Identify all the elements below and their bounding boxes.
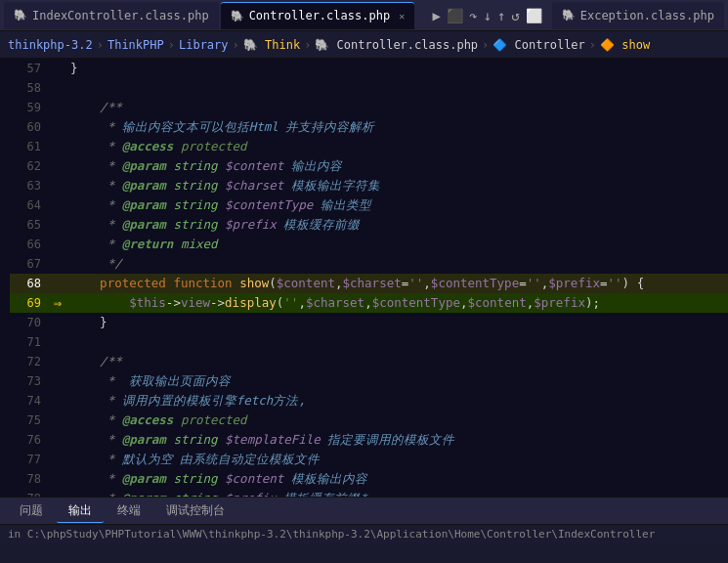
step-over-icon[interactable]: ↷	[469, 8, 477, 23]
step-out-icon[interactable]: ↑	[497, 8, 505, 23]
debug-arrow: ⇒	[49, 293, 66, 313]
breadcrumb-think[interactable]: 🐘 Think	[243, 38, 300, 52]
editor: 57 } 58 59 /** 60 * 输出内容文本可以包括Html 并支持内容…	[0, 59, 728, 497]
code-line-77: 77 * 默认为空 由系统自动定位模板文件	[10, 450, 728, 469]
code-line-66: 66 * @return mixed	[10, 235, 728, 254]
breadcrumb-thinkphp[interactable]: ThinkPHP	[107, 38, 164, 52]
code-line-59: 59 /**	[10, 98, 728, 117]
code-area[interactable]: 57 } 58 59 /** 60 * 输出内容文本可以包括Html 并支持内容…	[0, 59, 728, 497]
breadcrumb-class[interactable]: 🔷 Controller	[492, 38, 584, 52]
code-line-73: 73 * 获取输出页面内容	[10, 371, 728, 391]
code-line-75: 75 * @access protected	[10, 411, 728, 430]
code-line-65: 65 * @param string $prefix 模板缓存前缀	[10, 215, 728, 235]
code-line-69: 69 ⇒ $this->view->display('',$charset,$c…	[10, 293, 728, 313]
stop-icon[interactable]: ⬜	[526, 8, 542, 23]
bottom-tab-debug-console[interactable]: 调试控制台	[154, 499, 236, 522]
code-line-76: 76 * @param string $templateFile 指定要调用的模…	[10, 430, 728, 450]
tab-controller[interactable]: 🐘 Controller.class.php ✕	[221, 2, 415, 29]
code-line-62: 62 * @param string $content 输出内容	[10, 156, 728, 176]
debug-icon[interactable]: ⬛	[447, 8, 463, 23]
breadcrumb: thinkphp-3.2 › ThinkPHP › Library › 🐘 Th…	[0, 31, 728, 59]
code-line-78: 78 * @param string $content 模板输出内容	[10, 469, 728, 489]
code-line-68: 68 protected function show($content,$cha…	[10, 274, 728, 293]
bottom-tab-bar: 问题 输出 终端 调试控制台	[0, 497, 728, 524]
code-line-72: 72 /**	[10, 352, 728, 371]
code-line-64: 64 * @param string $contentType 输出类型	[10, 195, 728, 215]
code-line-71: 71	[10, 332, 728, 352]
tab-indexcontroller[interactable]: 🐘 IndexController.class.php	[4, 2, 219, 29]
status-text: in C:\phpStudy\PHPTutorial\WWW\thinkphp-…	[8, 528, 655, 541]
code-line-60: 60 * 输出内容文本可以包括Html 并支持内容解析	[10, 117, 728, 137]
breadcrumb-file[interactable]: 🐘 Controller.class.php	[315, 38, 478, 52]
debug-run-icon[interactable]: ▶	[433, 8, 441, 23]
breadcrumb-thinkphp32[interactable]: thinkphp-3.2	[8, 38, 93, 52]
code-line-58: 58	[10, 78, 728, 98]
status-bar: in C:\phpStudy\PHPTutorial\WWW\thinkphp-…	[0, 524, 728, 543]
code-line-63: 63 * @param string $charset 模板输出字符集	[10, 176, 728, 195]
bottom-tab-problems[interactable]: 问题	[8, 499, 55, 522]
tab-icon-3: 🐘	[562, 9, 576, 22]
restart-icon[interactable]: ↺	[511, 8, 519, 23]
tab-label-2: Controller.class.php	[249, 9, 391, 22]
code-line-70: 70 }	[10, 313, 728, 332]
bottom-tab-output[interactable]: 输出	[57, 499, 104, 523]
breadcrumb-method[interactable]: 🔶 show	[600, 38, 650, 52]
code-line-79: 79 * @param string $prefix 模板缓存前缀*	[10, 489, 728, 497]
tab-bar: 🐘 IndexController.class.php 🐘 Controller…	[0, 0, 728, 31]
code-line-67: 67 */	[10, 254, 728, 274]
step-in-icon[interactable]: ↓	[483, 8, 491, 23]
tab-close-2[interactable]: ✕	[399, 11, 405, 22]
code-line-61: 61 * @access protected	[10, 137, 728, 156]
tab-icon-2: 🐘	[231, 10, 244, 22]
tab-label-1: IndexController.class.php	[32, 9, 209, 22]
code-line-74: 74 * 调用内置的模板引擎fetch方法,	[10, 391, 728, 411]
bottom-tab-terminal[interactable]: 终端	[106, 499, 152, 522]
code-line-57: 57 }	[10, 59, 728, 78]
tab-icon-1: 🐘	[14, 9, 27, 22]
tab-label-3: Exception.class.php	[580, 9, 714, 22]
breadcrumb-library[interactable]: Library	[179, 38, 229, 52]
tab-exception[interactable]: 🐘 Exception.class.php	[552, 2, 724, 29]
